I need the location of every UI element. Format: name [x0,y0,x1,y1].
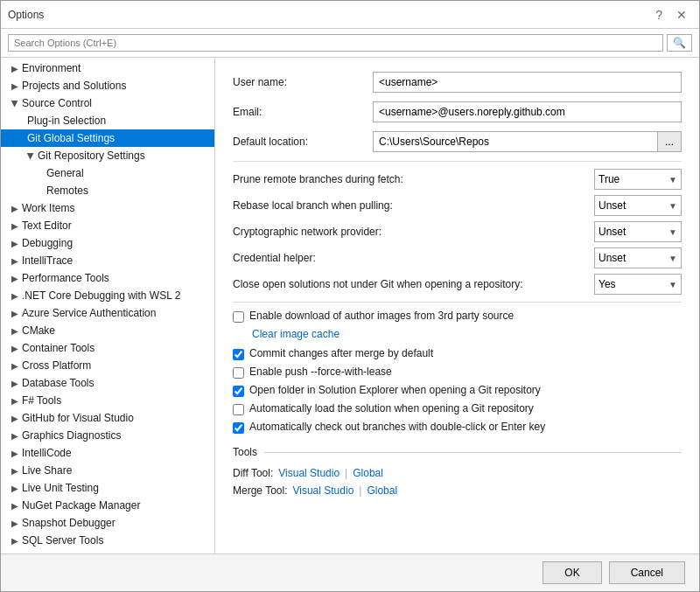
dialog-title: Options [8,9,44,21]
crypto-row: Cryptographic network provider: Unset ▼ [233,221,682,242]
open-folder-checkbox[interactable] [233,386,244,397]
search-button[interactable]: 🔍 [667,34,692,52]
close-button[interactable]: ✕ [671,6,692,24]
sidebar-item-container-tools[interactable]: ▶ Container Tools [1,339,214,357]
auto-checkout-checkbox[interactable] [233,422,244,434]
sidebar-item-label: Text Editor [22,219,72,232]
sidebar-item-performance-tools[interactable]: ▶ Performance Tools [1,269,214,287]
main-content: ▶ Environment ▶ Projects and Solutions ▶… [1,58,699,554]
arrow-icon: ▶ [11,379,18,388]
sidebar-item-label: Source Control [22,97,92,109]
sidebar: ▶ Environment ▶ Projects and Solutions ▶… [1,58,215,554]
prune-dropdown[interactable]: True ▼ [594,169,682,190]
email-input[interactable] [373,101,682,122]
tools-section-header: Tools [233,446,682,458]
sidebar-item-github-vs[interactable]: ▶ GitHub for Visual Studio [1,409,214,427]
sidebar-item-projects-solutions[interactable]: ▶ Projects and Solutions [1,77,214,94]
sidebar-item-debugging[interactable]: ▶ Debugging [1,234,214,252]
author-images-checkbox[interactable] [233,311,244,323]
sidebar-item-nuget-package-manager[interactable]: ▶ NuGet Package Manager [1,497,214,514]
sidebar-item-remotes[interactable]: Remotes [1,182,214,199]
sidebar-item-graphics-diagnostics[interactable]: ▶ Graphics Diagnostics [1,427,214,444]
credential-dropdown[interactable]: Unset ▼ [594,247,682,268]
sidebar-item-live-unit-testing[interactable]: ▶ Live Unit Testing [1,479,214,497]
email-label: Email: [233,106,373,118]
sidebar-item-source-control[interactable]: ▶ Source Control [1,94,214,112]
sidebar-item-fsharp-tools[interactable]: ▶ F# Tools [1,392,214,409]
sidebar-item-plugin-selection[interactable]: Plug-in Selection [1,112,214,129]
sidebar-item-label: Debugging [22,237,73,249]
merge-tool-vs-link[interactable]: Visual Studio [292,484,354,497]
dropdown-arrow-icon: ▼ [668,201,677,211]
sidebar-item-intellicode[interactable]: ▶ IntelliCode [1,444,214,462]
dropdown-arrow-icon: ▼ [668,254,677,263]
ok-button[interactable]: OK [542,561,601,584]
username-input[interactable] [373,72,682,93]
default-location-row: Default location: ... [233,131,682,152]
dropdown-arrow-icon: ▼ [668,175,677,185]
credential-row: Credential helper: Unset ▼ [233,247,682,268]
rebase-row: Rebase local branch when pulling: Unset … [233,195,682,216]
cancel-button[interactable]: Cancel [609,561,685,584]
clear-cache-link[interactable]: Clear image cache [252,328,340,340]
help-button[interactable]: ? [650,6,668,24]
commit-changes-checkbox[interactable] [233,349,244,360]
sidebar-item-git-repository-settings[interactable]: ▶ Git Repository Settings [1,147,214,164]
sidebar-item-azure-service-auth[interactable]: ▶ Azure Service Authentication [1,304,214,322]
sidebar-item-net-core-debugging[interactable]: ▶ .NET Core Debugging with WSL 2 [1,287,214,304]
username-row: User name: [233,72,682,93]
sidebar-item-environment[interactable]: ▶ Environment [1,59,214,77]
crypto-dropdown[interactable]: Unset ▼ [594,221,682,242]
arrow-icon: ▶ [11,431,18,441]
titlebar: Options ? ✕ [1,1,699,29]
sidebar-item-label: Graphics Diagnostics [22,429,121,442]
close-open-value: Yes [598,278,616,290]
sidebar-item-label: IntelliCode [22,447,72,459]
sidebar-item-label: General [46,167,84,179]
arrow-icon: ▶ [11,309,18,318]
enable-push-checkbox[interactable] [233,367,244,379]
author-images-row: Enable download of author images from 3r… [233,310,682,323]
arrow-icon: ▶ [11,204,18,213]
crypto-value: Unset [598,226,626,238]
diff-tool-label: Diff Tool: [233,467,273,479]
sidebar-item-snapshot-debugger[interactable]: ▶ Snapshot Debugger [1,514,214,532]
diff-tool-vs-link[interactable]: Visual Studio [278,467,340,479]
merge-tool-global-link[interactable]: Global [367,484,397,497]
sidebar-item-cmake[interactable]: ▶ CMake [1,322,214,339]
enable-push-label: Enable push --force-with-lease [249,366,392,378]
sidebar-item-cross-platform[interactable]: ▶ Cross Platform [1,357,214,374]
sidebar-item-intellitrace[interactable]: ▶ IntelliTrace [1,252,214,269]
auto-load-row: Automatically load the solution when ope… [233,402,682,415]
dialog-footer: OK Cancel [1,554,699,591]
sidebar-item-text-editor[interactable]: ▶ Text Editor [1,217,214,234]
auto-load-checkbox[interactable] [233,404,244,415]
diff-tool-global-link[interactable]: Global [353,467,383,479]
arrow-icon: ▶ [11,449,18,458]
email-row: Email: [233,101,682,122]
browse-button[interactable]: ... [658,131,682,152]
sidebar-item-work-items[interactable]: ▶ Work Items [1,199,214,217]
sidebar-item-git-global-settings[interactable]: Git Global Settings [1,129,214,147]
sidebar-item-label: SQL Server Tools [22,534,103,547]
commit-changes-label: Commit changes after merge by default [249,347,433,359]
prune-value: True [598,173,620,185]
sidebar-item-label: Environment [22,62,80,74]
arrow-icon: ▶ [10,100,20,107]
sidebar-item-live-share[interactable]: ▶ Live Share [1,462,214,479]
arrow-icon: ▶ [26,152,36,159]
close-open-dropdown[interactable]: Yes ▼ [594,274,682,295]
arrow-icon: ▶ [11,501,18,511]
divider-2 [233,302,682,303]
default-location-label: Default location: [233,136,373,148]
sidebar-item-general[interactable]: General [1,164,214,182]
search-input[interactable] [8,34,663,52]
sidebar-item-sql-server-tools[interactable]: ▶ SQL Server Tools [1,532,214,549]
sidebar-item-database-tools[interactable]: ▶ Database Tools [1,374,214,392]
sidebar-item-label: GitHub for Visual Studio [22,412,134,424]
default-location-input[interactable] [373,131,658,152]
rebase-dropdown[interactable]: Unset ▼ [594,195,682,216]
section-divider [264,452,682,453]
sidebar-item-label: NuGet Package Manager [22,499,140,512]
credential-value: Unset [598,252,626,264]
